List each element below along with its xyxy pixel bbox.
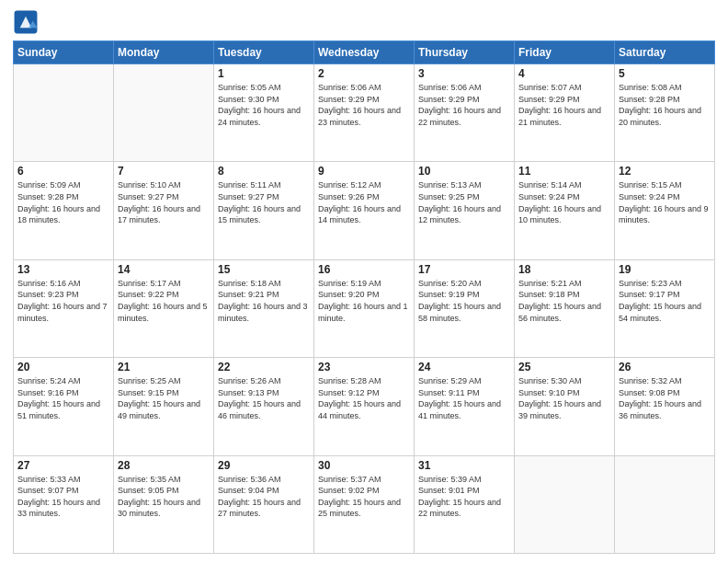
day-info: Sunrise: 5:29 AM Sunset: 9:11 PM Dayligh… xyxy=(418,375,510,421)
day-number: 27 xyxy=(17,459,109,472)
calendar-cell: 5Sunrise: 5:08 AM Sunset: 9:28 PM Daylig… xyxy=(615,64,715,162)
day-info: Sunrise: 5:10 AM Sunset: 9:27 PM Dayligh… xyxy=(118,179,210,225)
day-number: 28 xyxy=(118,459,210,472)
day-info: Sunrise: 5:28 AM Sunset: 9:12 PM Dayligh… xyxy=(318,375,410,421)
calendar-cell: 25Sunrise: 5:30 AM Sunset: 9:10 PM Dayli… xyxy=(515,358,615,455)
calendar-cell xyxy=(515,455,615,553)
day-info: Sunrise: 5:24 AM Sunset: 9:16 PM Dayligh… xyxy=(17,375,109,421)
calendar-cell: 9Sunrise: 5:12 AM Sunset: 9:26 PM Daylig… xyxy=(314,162,415,259)
calendar-cell: 16Sunrise: 5:19 AM Sunset: 9:20 PM Dayli… xyxy=(314,259,415,357)
calendar-cell: 19Sunrise: 5:23 AM Sunset: 9:17 PM Dayli… xyxy=(615,259,715,357)
calendar-cell: 15Sunrise: 5:18 AM Sunset: 9:21 PM Dayli… xyxy=(214,259,314,357)
calendar-week-row: 1Sunrise: 5:05 AM Sunset: 9:30 PM Daylig… xyxy=(14,64,715,162)
day-info: Sunrise: 5:05 AM Sunset: 9:30 PM Dayligh… xyxy=(218,82,310,128)
calendar-cell: 24Sunrise: 5:29 AM Sunset: 9:11 PM Dayli… xyxy=(415,358,515,455)
day-number: 29 xyxy=(218,459,310,472)
day-info: Sunrise: 5:33 AM Sunset: 9:07 PM Dayligh… xyxy=(17,474,109,520)
day-number: 17 xyxy=(418,263,510,276)
day-info: Sunrise: 5:06 AM Sunset: 9:29 PM Dayligh… xyxy=(418,82,510,128)
calendar-cell: 26Sunrise: 5:32 AM Sunset: 9:08 PM Dayli… xyxy=(615,358,715,455)
day-number: 6 xyxy=(17,165,109,178)
page: SundayMondayTuesdayWednesdayThursdayFrid… xyxy=(0,0,728,563)
day-number: 10 xyxy=(418,165,510,178)
day-info: Sunrise: 5:26 AM Sunset: 9:13 PM Dayligh… xyxy=(218,375,310,421)
calendar-day-header: Monday xyxy=(114,41,214,64)
day-info: Sunrise: 5:17 AM Sunset: 9:22 PM Dayligh… xyxy=(118,278,210,324)
day-info: Sunrise: 5:16 AM Sunset: 9:23 PM Dayligh… xyxy=(17,278,109,324)
calendar-cell xyxy=(14,64,114,162)
day-number: 26 xyxy=(619,361,711,373)
calendar-cell: 21Sunrise: 5:25 AM Sunset: 9:15 PM Dayli… xyxy=(114,358,214,455)
day-info: Sunrise: 5:07 AM Sunset: 9:29 PM Dayligh… xyxy=(518,82,610,128)
calendar-cell: 23Sunrise: 5:28 AM Sunset: 9:12 PM Dayli… xyxy=(314,358,415,455)
calendar-day-header: Thursday xyxy=(415,41,515,64)
day-info: Sunrise: 5:19 AM Sunset: 9:20 PM Dayligh… xyxy=(318,278,410,324)
calendar-week-row: 13Sunrise: 5:16 AM Sunset: 9:23 PM Dayli… xyxy=(14,259,715,357)
calendar-cell: 30Sunrise: 5:37 AM Sunset: 9:02 PM Dayli… xyxy=(314,455,415,553)
calendar-cell: 3Sunrise: 5:06 AM Sunset: 9:29 PM Daylig… xyxy=(415,64,515,162)
calendar-week-row: 6Sunrise: 5:09 AM Sunset: 9:28 PM Daylig… xyxy=(14,162,715,259)
day-number: 11 xyxy=(518,165,610,178)
day-info: Sunrise: 5:23 AM Sunset: 9:17 PM Dayligh… xyxy=(619,278,711,324)
day-info: Sunrise: 5:12 AM Sunset: 9:26 PM Dayligh… xyxy=(318,179,410,225)
day-number: 23 xyxy=(318,361,410,373)
calendar-day-header: Wednesday xyxy=(314,41,415,64)
day-info: Sunrise: 5:21 AM Sunset: 9:18 PM Dayligh… xyxy=(518,278,610,324)
day-number: 19 xyxy=(619,263,711,276)
day-number: 31 xyxy=(418,459,510,472)
calendar-table: SundayMondayTuesdayWednesdayThursdayFrid… xyxy=(13,40,715,554)
calendar-cell: 31Sunrise: 5:39 AM Sunset: 9:01 PM Dayli… xyxy=(415,455,515,553)
day-info: Sunrise: 5:13 AM Sunset: 9:25 PM Dayligh… xyxy=(418,179,510,225)
day-info: Sunrise: 5:20 AM Sunset: 9:19 PM Dayligh… xyxy=(418,278,510,324)
day-info: Sunrise: 5:39 AM Sunset: 9:01 PM Dayligh… xyxy=(418,474,510,520)
day-number: 15 xyxy=(218,263,310,276)
day-number: 8 xyxy=(218,165,310,178)
calendar-header-row: SundayMondayTuesdayWednesdayThursdayFrid… xyxy=(14,41,715,64)
day-number: 13 xyxy=(17,263,109,276)
calendar-cell xyxy=(114,64,214,162)
day-info: Sunrise: 5:25 AM Sunset: 9:15 PM Dayligh… xyxy=(118,375,210,421)
calendar-cell xyxy=(615,455,715,553)
calendar-week-row: 27Sunrise: 5:33 AM Sunset: 9:07 PM Dayli… xyxy=(14,455,715,553)
day-number: 16 xyxy=(318,263,410,276)
calendar-cell: 10Sunrise: 5:13 AM Sunset: 9:25 PM Dayli… xyxy=(415,162,515,259)
calendar-day-header: Saturday xyxy=(615,41,715,64)
calendar-week-row: 20Sunrise: 5:24 AM Sunset: 9:16 PM Dayli… xyxy=(14,358,715,455)
day-number: 18 xyxy=(518,263,610,276)
day-info: Sunrise: 5:08 AM Sunset: 9:28 PM Dayligh… xyxy=(619,82,711,128)
calendar-cell: 18Sunrise: 5:21 AM Sunset: 9:18 PM Dayli… xyxy=(515,259,615,357)
day-number: 24 xyxy=(418,361,510,373)
day-info: Sunrise: 5:09 AM Sunset: 9:28 PM Dayligh… xyxy=(17,179,109,225)
day-info: Sunrise: 5:15 AM Sunset: 9:24 PM Dayligh… xyxy=(619,179,711,225)
calendar-cell: 12Sunrise: 5:15 AM Sunset: 9:24 PM Dayli… xyxy=(615,162,715,259)
calendar-day-header: Tuesday xyxy=(214,41,314,64)
calendar-cell: 14Sunrise: 5:17 AM Sunset: 9:22 PM Dayli… xyxy=(114,259,214,357)
day-number: 14 xyxy=(118,263,210,276)
calendar-day-header: Friday xyxy=(515,41,615,64)
calendar-day-header: Sunday xyxy=(14,41,114,64)
day-info: Sunrise: 5:35 AM Sunset: 9:05 PM Dayligh… xyxy=(118,474,210,520)
calendar-cell: 22Sunrise: 5:26 AM Sunset: 9:13 PM Dayli… xyxy=(214,358,314,455)
day-number: 4 xyxy=(518,67,610,80)
calendar-cell: 11Sunrise: 5:14 AM Sunset: 9:24 PM Dayli… xyxy=(515,162,615,259)
calendar-cell: 4Sunrise: 5:07 AM Sunset: 9:29 PM Daylig… xyxy=(515,64,615,162)
logo xyxy=(13,9,42,35)
calendar-cell: 13Sunrise: 5:16 AM Sunset: 9:23 PM Dayli… xyxy=(14,259,114,357)
calendar-cell: 28Sunrise: 5:35 AM Sunset: 9:05 PM Dayli… xyxy=(114,455,214,553)
day-info: Sunrise: 5:36 AM Sunset: 9:04 PM Dayligh… xyxy=(218,474,310,520)
calendar-cell: 29Sunrise: 5:36 AM Sunset: 9:04 PM Dayli… xyxy=(214,455,314,553)
day-number: 9 xyxy=(318,165,410,178)
day-number: 7 xyxy=(118,165,210,178)
calendar-cell: 2Sunrise: 5:06 AM Sunset: 9:29 PM Daylig… xyxy=(314,64,415,162)
day-info: Sunrise: 5:32 AM Sunset: 9:08 PM Dayligh… xyxy=(619,375,711,421)
calendar-cell: 27Sunrise: 5:33 AM Sunset: 9:07 PM Dayli… xyxy=(14,455,114,553)
day-number: 2 xyxy=(318,67,410,80)
calendar-cell: 7Sunrise: 5:10 AM Sunset: 9:27 PM Daylig… xyxy=(114,162,214,259)
day-number: 3 xyxy=(418,67,510,80)
header xyxy=(13,9,715,35)
day-number: 25 xyxy=(518,361,610,373)
calendar-cell: 6Sunrise: 5:09 AM Sunset: 9:28 PM Daylig… xyxy=(14,162,114,259)
day-number: 22 xyxy=(218,361,310,373)
calendar-cell: 8Sunrise: 5:11 AM Sunset: 9:27 PM Daylig… xyxy=(214,162,314,259)
calendar-cell: 1Sunrise: 5:05 AM Sunset: 9:30 PM Daylig… xyxy=(214,64,314,162)
